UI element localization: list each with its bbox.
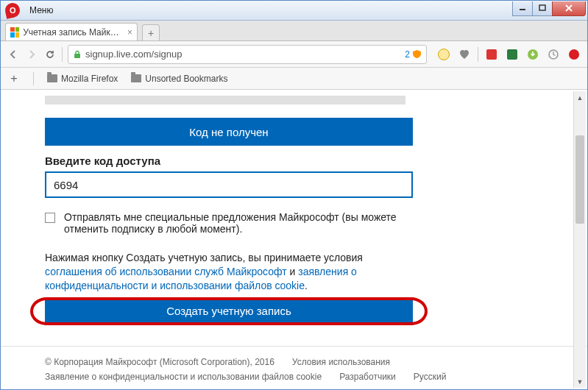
create-account-button[interactable]: Создать учетную запись [45, 297, 413, 325]
bookmark-label: Mozilla Firefox [61, 74, 118, 84]
create-button-highlight: Создать учетную запись [30, 297, 428, 325]
access-code-input[interactable] [45, 171, 413, 198]
url-bar[interactable]: signup.live.com/signup 2 [68, 45, 427, 64]
window-frame: O Меню Учетная запись Майкрософ × + sign… [0, 0, 588, 390]
forward-button[interactable] [25, 48, 38, 61]
offers-checkbox-row[interactable]: Отправлять мне специальные предложения М… [45, 211, 413, 235]
bookmark-folder-2[interactable]: Unsorted Bookmarks [131, 74, 227, 84]
terms-text: Нажимая кнопку Создать учетную запись, в… [45, 251, 413, 293]
bookmark-label: Unsorted Bookmarks [145, 74, 227, 84]
folder-icon [131, 74, 141, 82]
url-badge: 2 [405, 49, 422, 60]
vertical-scrollbar[interactable]: ▲ ▼ [573, 91, 586, 388]
heart-icon[interactable] [457, 47, 472, 62]
footer-terms-link[interactable]: Условия использования [292, 357, 390, 367]
minimize-button[interactable] [512, 1, 533, 16]
new-tab-button[interactable]: + [142, 24, 160, 40]
folder-icon [47, 74, 57, 82]
add-bookmark-button[interactable]: + [8, 72, 20, 85]
navbar: signup.live.com/signup 2 [1, 41, 587, 68]
close-button[interactable] [552, 1, 586, 16]
menu-button[interactable]: Меню [23, 3, 60, 18]
back-button[interactable] [7, 48, 20, 61]
titlebar: O Меню [1, 1, 587, 21]
download-icon[interactable] [525, 47, 540, 62]
opera-menu-icon[interactable] [567, 47, 581, 62]
opera-logo-icon: O [4, 1, 21, 19]
scroll-thumb[interactable] [575, 135, 584, 224]
ext-red-icon[interactable] [484, 47, 499, 62]
noscript-icon[interactable] [436, 47, 451, 62]
offers-checkbox[interactable] [45, 213, 55, 223]
tabstrip: Учетная запись Майкрософ × + [1, 21, 587, 41]
shield-icon [412, 49, 422, 59]
tos-services-link[interactable]: соглашения об использовании служб Майкро… [45, 266, 287, 277]
sync-icon[interactable] [546, 47, 561, 62]
toolbar-icons [436, 47, 581, 62]
footer-copyright: © Корпорация Майкрософт (Microsoft Corpo… [45, 357, 274, 367]
bookmarks-bar: + Mozilla Firefox Unsorted Bookmarks [1, 68, 587, 90]
microsoft-favicon-icon [10, 27, 19, 38]
scroll-down-button[interactable]: ▼ [574, 375, 586, 388]
code-not-received-button[interactable]: Код не получен [45, 118, 413, 146]
maximize-button[interactable] [532, 1, 553, 16]
tab-active[interactable]: Учетная запись Майкрософ × [5, 23, 138, 40]
url-badge-count: 2 [405, 49, 410, 60]
url-text: signup.live.com/signup [85, 49, 183, 60]
offers-label: Отправлять мне специальные предложения М… [64, 211, 413, 235]
redacted-field [45, 96, 405, 104]
window-controls [513, 1, 586, 16]
page-content: Код не получен Введите код доступа Отпра… [1, 90, 587, 389]
ext-green-icon[interactable] [505, 47, 520, 62]
footer-privacy-link[interactable]: Заявление о конфиденциальности и использ… [45, 372, 322, 382]
tab-title: Учетная запись Майкрософ [23, 27, 122, 38]
scroll-up-button[interactable]: ▲ [574, 91, 586, 104]
footer-devs-link[interactable]: Разработчики [339, 372, 396, 382]
access-code-label: Введите код доступа [45, 155, 543, 167]
footer-language-link[interactable]: Русский [414, 372, 447, 382]
svg-rect-1 [539, 5, 545, 10]
bookmark-folder-1[interactable]: Mozilla Firefox [47, 74, 118, 84]
reload-button[interactable] [43, 48, 57, 61]
tab-close-icon[interactable]: × [127, 27, 132, 38]
page-footer: © Корпорация Майкрософт (Microsoft Corpo… [1, 346, 587, 382]
svg-rect-4 [74, 54, 80, 58]
lock-icon [73, 50, 82, 59]
